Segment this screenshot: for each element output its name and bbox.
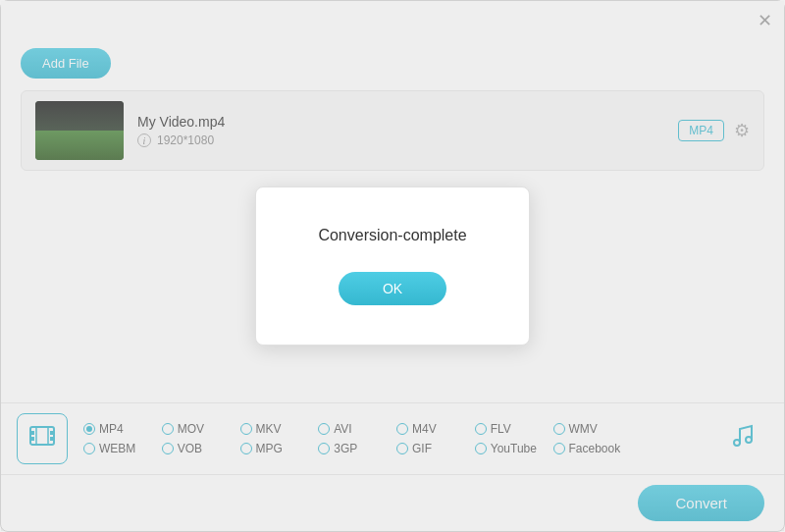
app-window: ✕ Add File My Video.mp4 i 1920*1080 MP4 … <box>0 0 785 532</box>
ok-button[interactable]: OK <box>339 272 446 305</box>
modal-dialog: Conversion-complete OK <box>255 186 530 346</box>
modal-title: Conversion-complete <box>305 227 480 244</box>
modal-overlay: Conversion-complete OK <box>1 1 784 531</box>
